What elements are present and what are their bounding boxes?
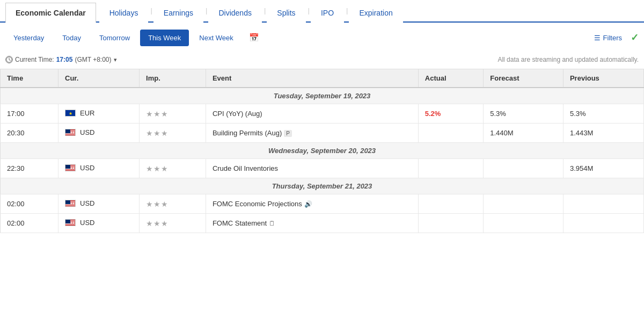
cell-event: FOMC Statement🗒	[206, 214, 418, 233]
tab-holidays[interactable]: Holidays	[99, 3, 149, 23]
cell-currency: ★★★★ ★★★★ USD	[58, 124, 140, 143]
col-forecast: Forecast	[484, 69, 564, 88]
event-name: FOMC Economic Projections	[213, 200, 302, 208]
cell-forecast	[484, 159, 564, 178]
tab-expiration[interactable]: Expiration	[349, 3, 402, 23]
section-header-row: Thursday, September 21, 2023	[1, 178, 644, 194]
svg-rect-39	[65, 226, 76, 226]
cell-previous	[563, 194, 643, 214]
col-importance: Imp.	[140, 69, 206, 88]
importance-stars: ★★★	[146, 110, 168, 118]
sound-icon: 🔊	[304, 200, 312, 208]
separator: |	[263, 0, 267, 21]
svg-rect-19	[65, 171, 76, 171]
svg-rect-30	[65, 200, 70, 204]
separator: |	[204, 0, 208, 21]
table-row: 20:30 ★★★★ ★★★★ USD ★★★ Buil	[1, 124, 644, 143]
importance-stars: ★★★	[146, 164, 168, 173]
cell-event: CPI (YoY) (Aug)	[206, 104, 418, 124]
tab-dividends[interactable]: Dividends	[208, 3, 261, 23]
currency-label: USD	[80, 199, 94, 207]
info-bar: Current Time: 17:05 (GMT +8:00) ▾ All da…	[0, 53, 644, 69]
tab-earnings[interactable]: Earnings	[153, 3, 203, 23]
currency-label: USD	[80, 128, 94, 136]
cell-importance: ★★★	[140, 214, 206, 233]
cell-forecast: 5.3%	[484, 104, 564, 124]
svg-rect-28	[65, 205, 76, 206]
cell-currency: ★ EUR	[58, 104, 140, 124]
cell-time: 20:30	[1, 124, 58, 143]
section-date: Tuesday, September 19, 2023	[1, 88, 644, 104]
currency-label: EUR	[80, 109, 94, 117]
calendar-icon[interactable]: 📅	[244, 29, 265, 46]
nav-next-week[interactable]: Next Week	[191, 30, 241, 46]
nav-this-week[interactable]: This Week	[140, 30, 189, 46]
cell-forecast: 1.440M	[484, 124, 564, 143]
svg-text:★★★★: ★★★★	[66, 222, 75, 225]
cell-previous: 1.443M	[563, 124, 643, 143]
event-name: CPI (YoY) (Aug)	[213, 110, 262, 118]
document-icon: 🗒	[269, 220, 275, 227]
col-previous: Previous	[563, 69, 643, 88]
currency-label: USD	[80, 164, 94, 172]
cell-importance: ★★★	[140, 194, 206, 214]
flag-us: ★★★★ ★★★★	[65, 200, 76, 207]
tab-economic-calendar[interactable]: Economic Calendar	[5, 3, 96, 23]
cell-importance: ★★★	[140, 104, 206, 124]
cell-event: FOMC Economic Projections🔊	[206, 194, 418, 214]
actual-value: 5.2%	[425, 110, 441, 118]
nav-tomorrow[interactable]: Tomorrow	[91, 30, 138, 46]
filters-label: Filters	[603, 34, 622, 42]
svg-text:★★★★: ★★★★	[66, 168, 75, 170]
nav-yesterday[interactable]: Yesterday	[5, 30, 52, 46]
separator: |	[307, 0, 311, 21]
auto-update-text: All data are streaming and updated autom…	[497, 56, 639, 63]
importance-stars: ★★★	[146, 129, 168, 137]
section-date: Wednesday, September 20, 2023	[1, 143, 644, 159]
separator: |	[149, 0, 153, 21]
tab-ipo[interactable]: IPO	[311, 3, 344, 23]
cell-previous: 5.3%	[563, 104, 643, 124]
currency-label: USD	[80, 219, 94, 227]
cell-time: 22:30	[1, 159, 58, 178]
section-header-row: Tuesday, September 19, 2023	[1, 88, 644, 104]
col-event: Event	[206, 69, 418, 88]
col-currency: Cur.	[58, 69, 140, 88]
section-header-row: Wednesday, September 20, 2023	[1, 143, 644, 159]
svg-rect-29	[65, 206, 76, 207]
importance-stars: ★★★	[146, 200, 168, 208]
cell-actual: 5.2%	[418, 104, 484, 124]
clock-icon	[5, 56, 13, 63]
cell-previous	[563, 214, 643, 233]
timezone-dropdown[interactable]: ▾	[114, 56, 117, 63]
svg-rect-20	[65, 165, 70, 169]
cell-time: 02:00	[1, 214, 58, 233]
cell-currency: ★★★★ ★★★★ USD	[58, 159, 140, 178]
timezone: (GMT +8:00)	[75, 56, 111, 63]
table-row: 22:30 ★★★★ ★★★★ USD ★★★ Crud	[1, 159, 644, 178]
svg-text:★★★★: ★★★★	[66, 203, 75, 205]
cell-actual	[418, 124, 484, 143]
table-header-row: Time Cur. Imp. Event Actual Forecast Pre…	[1, 69, 644, 88]
cell-forecast	[484, 214, 564, 233]
section-date: Thursday, September 21, 2023	[1, 178, 644, 194]
cell-actual	[418, 194, 484, 214]
flag-us: ★★★★ ★★★★	[65, 164, 76, 171]
filters-icon: ☰	[594, 34, 601, 42]
top-tabs: Economic Calendar Holidays | Earnings | …	[0, 0, 644, 23]
svg-rect-40	[65, 220, 70, 223]
nav-today[interactable]: Today	[54, 30, 89, 46]
cell-currency: ★★★★ ★★★★ USD	[58, 214, 140, 233]
flag-us: ★★★★ ★★★★	[65, 219, 76, 226]
event-name: Crude Oil Inventories	[213, 164, 278, 172]
cell-importance: ★★★	[140, 159, 206, 178]
cell-event: Crude Oil Inventories	[206, 159, 418, 178]
svg-rect-18	[65, 170, 76, 170]
filters-button[interactable]: ☰ Filters	[590, 31, 626, 45]
tab-splits[interactable]: Splits	[267, 3, 305, 23]
flag-us: ★★★★ ★★★★	[65, 129, 76, 136]
svg-line-2	[9, 60, 11, 61]
col-actual: Actual	[418, 69, 484, 88]
svg-rect-9	[65, 135, 76, 136]
importance-stars: ★★★	[146, 219, 168, 228]
